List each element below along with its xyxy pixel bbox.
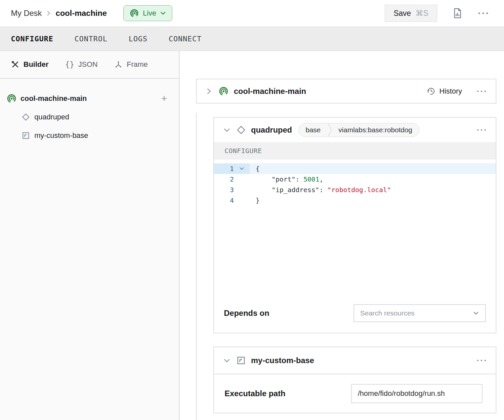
breadcrumb-chevron-icon <box>46 10 51 17</box>
add-resource-button[interactable]: + <box>161 94 167 104</box>
collapse-chevron-down-icon[interactable] <box>223 127 231 133</box>
view-json[interactable]: {} JSON <box>65 60 98 69</box>
live-chevron-down-icon <box>160 11 166 15</box>
editor-gutter: 1 <box>214 163 250 174</box>
top-bar: My Desk cool-machine Live Save ⌘S <box>0 0 504 26</box>
machine-tab-bar: CONFIGURE CONTROL LOGS CONNECT <box>0 26 504 51</box>
depends-on-row: Depends on <box>224 304 486 322</box>
line-number: 2 <box>214 175 234 183</box>
machine-stats-file-icon[interactable] <box>452 8 462 19</box>
view-switcher: Builder {} JSON Frame <box>0 51 179 79</box>
tree-item-quadruped[interactable]: quadruped <box>0 108 179 126</box>
nesting-connector-line <box>196 112 197 420</box>
config-sidebar: Builder {} JSON Frame <box>0 51 180 420</box>
tab-logs[interactable]: LOGS <box>129 35 147 43</box>
quadruped-card-header: quadruped base viamlabs:base:robotdog <box>214 118 496 142</box>
live-broadcast-icon <box>130 9 139 18</box>
dropdown-chevron-icon <box>473 311 479 315</box>
save-label: Save <box>394 9 411 18</box>
executable-path-label: Executable path <box>225 389 285 398</box>
depends-on-label: Depends on <box>224 309 269 318</box>
history-button[interactable]: History <box>426 87 462 96</box>
process-card-my-custom-base: my-custom-base Executable path <box>213 347 496 413</box>
component-model-badge: viamlabs:base:robotdog <box>332 126 419 134</box>
view-builder-label: Builder <box>23 60 49 69</box>
tree-item-label: my-custom-base <box>34 131 88 140</box>
json-attributes-editor[interactable]: 1 { 2 "port": 5001, 3 "ip_address": "rob… <box>214 159 496 304</box>
configure-section-label: CONFIGURE <box>225 147 262 155</box>
process-card-header: my-custom-base <box>214 347 496 374</box>
braces-icon: {} <box>65 60 74 69</box>
fold-chevron-icon[interactable] <box>234 167 250 171</box>
tree-item-label: quadruped <box>34 113 69 121</box>
process-icon <box>236 355 246 366</box>
machine-status-dropdown[interactable]: Live <box>123 5 172 21</box>
editor-line[interactable]: 3 "ip_address": "robotdog.local" <box>214 185 496 195</box>
process-icon <box>21 131 30 140</box>
view-builder[interactable]: Builder <box>11 60 49 69</box>
component-card-quadruped: quadruped base viamlabs:base:robotdog CO… <box>213 117 496 333</box>
tab-configure[interactable]: CONFIGURE <box>11 35 53 43</box>
save-shortcut: ⌘S <box>416 9 428 18</box>
editor-line[interactable]: 4 } <box>214 195 496 206</box>
save-button[interactable]: Save ⌘S <box>385 5 437 22</box>
machine-part-icon <box>7 94 17 104</box>
component-diamond-icon <box>21 112 30 122</box>
part-card-cool-machine-main: cool-machine-main History <box>196 79 496 104</box>
breadcrumb-parent[interactable]: My Desk <box>11 9 42 18</box>
process-overflow-menu-icon[interactable] <box>477 359 486 362</box>
editor-gutter: 4 <box>214 195 250 206</box>
search-resources-input[interactable] <box>360 309 473 317</box>
line-number: 4 <box>214 196 234 204</box>
editor-gutter: 3 <box>214 185 250 195</box>
tree-item-cool-machine-main[interactable]: cool-machine-main + <box>0 89 179 108</box>
component-diamond-icon <box>236 125 246 135</box>
resource-tree: cool-machine-main + quadruped my-custom-… <box>0 79 179 145</box>
editor-code: "port": 5001, <box>250 175 323 183</box>
editor-code: "ip_address": "robotdog.local" <box>250 186 391 194</box>
tree-item-my-custom-base[interactable]: my-custom-base <box>0 126 179 145</box>
expand-chevron-right-icon[interactable] <box>206 88 212 95</box>
editor-line[interactable]: 1 { <box>214 163 496 174</box>
component-type-badge: base <box>299 126 327 134</box>
editor-code: { <box>250 165 260 173</box>
line-number: 3 <box>214 186 234 194</box>
tab-control[interactable]: CONTROL <box>74 35 107 43</box>
view-frame[interactable]: Frame <box>114 60 148 69</box>
executable-path-input[interactable] <box>351 384 483 403</box>
part-title: cool-machine-main <box>234 87 306 96</box>
tools-icon <box>11 60 20 69</box>
part-overflow-menu-icon[interactable] <box>477 90 486 93</box>
configure-section-header: CONFIGURE <box>214 142 496 159</box>
editor-gutter: 2 <box>214 174 250 185</box>
history-icon <box>426 87 436 96</box>
component-title: quadruped <box>251 125 292 135</box>
process-title: my-custom-base <box>251 356 314 365</box>
view-frame-label: Frame <box>127 60 148 69</box>
tree-item-label: cool-machine-main <box>21 94 87 103</box>
history-label: History <box>440 87 462 96</box>
quadruped-overflow-menu-icon[interactable] <box>477 129 486 131</box>
editor-line[interactable]: 2 "port": 5001, <box>214 174 496 185</box>
live-status-label: Live <box>143 9 156 18</box>
executable-path-row: Executable path <box>214 374 496 413</box>
breadcrumb-current: cool-machine <box>56 9 107 18</box>
machine-part-icon <box>219 86 229 96</box>
collapse-chevron-down-icon[interactable] <box>223 358 231 363</box>
depends-on-select[interactable] <box>354 304 486 322</box>
editor-code: } <box>250 196 260 204</box>
model-badge: base viamlabs:base:robotdog <box>299 123 419 137</box>
frame-axes-icon <box>114 60 123 69</box>
tab-connect[interactable]: CONNECT <box>169 35 202 43</box>
line-number: 1 <box>214 165 234 173</box>
badge-divider-icon <box>327 123 332 137</box>
view-json-label: JSON <box>78 60 98 69</box>
topbar-overflow-menu-icon[interactable] <box>478 12 489 15</box>
